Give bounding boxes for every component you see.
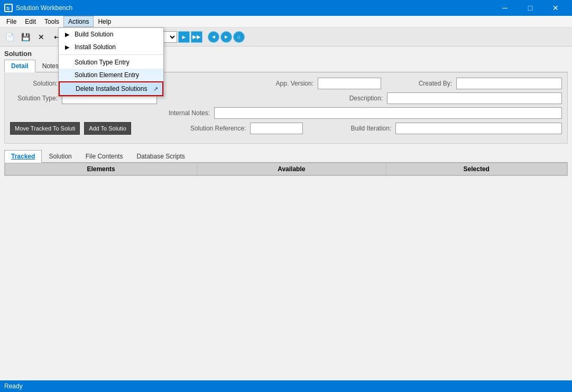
tab-database-scripts[interactable]: Database Scripts [130, 150, 191, 162]
solution-reference-label: Solution Reference: [188, 125, 246, 132]
description-label: Description: [335, 95, 383, 102]
delete-installed-icon [64, 85, 72, 93]
internal-notes-label: Internal Notes: [162, 109, 210, 117]
menu-item-install-solution[interactable]: ▶ Install Solution [59, 41, 163, 53]
minimize-button[interactable]: ─ [493, 0, 517, 16]
form-row-internal-notes: Internal Notes: [10, 107, 562, 119]
created-by-label: Created By: [410, 80, 452, 87]
window-title: Solution Workbench [16, 4, 493, 12]
build-iteration-label: Build Iteration: [344, 125, 391, 132]
menu-help[interactable]: Help [94, 16, 115, 27]
description-input[interactable] [387, 92, 562, 104]
menu-actions[interactable]: Actions [63, 16, 94, 27]
col-selected: Selected [386, 163, 567, 175]
close-button[interactable]: ✕ [543, 0, 568, 16]
col-elements: Elements [5, 163, 197, 175]
tab-detail[interactable]: Detail [4, 60, 35, 72]
table-header-row: Elements Available Selected [5, 163, 567, 175]
menu-item-delete-installed-solutions[interactable]: Delete Installed Solutions ↗ [59, 81, 163, 96]
tab-file-contents[interactable]: File Contents [79, 150, 130, 162]
data-table: Elements Available Selected [5, 163, 567, 175]
app-version-label: App. Version: [266, 80, 313, 87]
bottom-tabs: Tracked Solution File Contents Database … [4, 148, 568, 163]
app-version-input[interactable] [318, 78, 381, 89]
cursor-indicator: ↗ [153, 86, 158, 92]
internal-notes-input[interactable] [214, 107, 562, 119]
restore-button[interactable]: □ [518, 0, 542, 16]
title-bar: S Solution Workbench ─ □ ✕ [0, 0, 572, 16]
menu-bar: File Edit Tools Actions Help [0, 16, 572, 27]
menu-separator [59, 54, 163, 55]
actions-dropdown-menu: ▶ Build Solution ▶ Install Solution Solu… [58, 27, 164, 97]
nav-next-button[interactable]: ► [178, 31, 190, 43]
new-button[interactable]: 📄 [2, 30, 17, 44]
nav-home-circle[interactable]: ⌂ [233, 31, 245, 43]
menu-tools[interactable]: Tools [40, 16, 63, 27]
menu-item-solution-element-entry[interactable]: Solution Element Entry [59, 69, 163, 81]
col-available: Available [197, 163, 386, 175]
build-iteration-input[interactable] [395, 123, 562, 134]
tab-solution[interactable]: Solution [42, 150, 78, 162]
status-text: Ready [4, 382, 23, 390]
menu-edit[interactable]: Edit [21, 16, 40, 27]
solution-reference-input[interactable] [250, 123, 303, 134]
section-label: Solution [4, 50, 32, 58]
menu-item-build-solution[interactable]: ▶ Build Solution [59, 28, 163, 41]
solution-type-label: Solution Type: [10, 95, 58, 102]
add-to-solution-button[interactable]: Add To Solutio [84, 122, 131, 135]
form-row-buttons: Move Tracked To Soluti Add To Solutio So… [10, 122, 562, 135]
table-container: Elements Available Selected [4, 163, 568, 176]
tab-tracked[interactable]: Tracked [4, 150, 42, 163]
save-button[interactable]: 💾 [18, 30, 33, 44]
nav-end-button[interactable]: ▶▶ [191, 31, 202, 43]
status-bar: Ready [0, 380, 572, 392]
build-solution-icon: ▶ [63, 30, 71, 39]
menu-item-solution-type-entry[interactable]: Solution Type Entry [59, 56, 163, 69]
nav-forward-circle[interactable]: ► [220, 31, 232, 43]
app-icon: S [4, 4, 13, 12]
nav-back-circle[interactable]: ◄ [208, 31, 219, 43]
svg-text:S: S [6, 6, 10, 11]
solution-element-icon [63, 71, 71, 79]
menu-file[interactable]: File [2, 16, 21, 27]
created-by-input[interactable] [456, 78, 562, 89]
move-tracked-button[interactable]: Move Tracked To Soluti [10, 122, 80, 135]
install-solution-icon: ▶ [63, 43, 71, 51]
window-controls: ─ □ ✕ [493, 0, 568, 16]
solution-label: Solution: [10, 80, 58, 87]
delete-button[interactable]: ✕ [34, 30, 49, 44]
solution-type-icon [63, 58, 71, 67]
